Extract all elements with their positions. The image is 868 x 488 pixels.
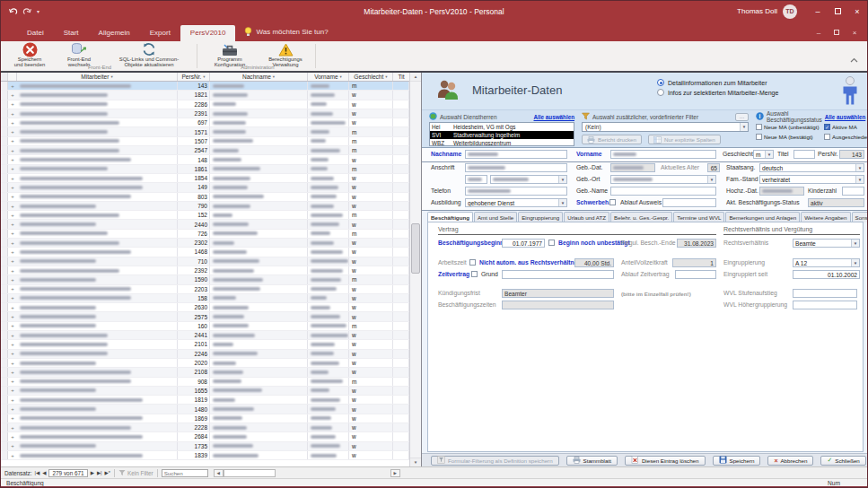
child-close-button[interactable]: × xyxy=(846,25,864,39)
cell-vorname[interactable] xyxy=(308,183,349,191)
scroll-up-icon[interactable]: ▲ xyxy=(410,73,421,82)
row-selector[interactable] xyxy=(1,109,8,118)
table-row[interactable]: +1507m xyxy=(1,137,409,146)
table-row[interactable]: +158w xyxy=(1,294,409,303)
row-selector[interactable] xyxy=(1,127,8,135)
cell-nachname[interactable] xyxy=(210,340,308,348)
cell-geschlecht[interactable]: w xyxy=(349,257,393,266)
row-selector[interactable] xyxy=(1,82,8,90)
cell-geschlecht[interactable]: w xyxy=(349,331,393,339)
cell-titel[interactable] xyxy=(393,155,409,163)
column-header-vorname[interactable]: Vorname▾ xyxy=(308,73,349,81)
row-selector[interactable] xyxy=(1,137,8,145)
row-selector[interactable] xyxy=(1,100,8,109)
row-selector[interactable] xyxy=(1,405,8,413)
cell-titel[interactable] xyxy=(393,442,409,450)
nachname-field[interactable] xyxy=(465,150,567,159)
dienstherren-listbox[interactable]: HeiHeidesheim, VG mit OgsSVIStadtverwalt… xyxy=(429,122,574,146)
cell-nachname[interactable] xyxy=(210,405,308,413)
cell-geschlecht[interactable]: w xyxy=(349,442,393,450)
cell-vorname[interactable] xyxy=(308,359,349,367)
cell-nachname[interactable] xyxy=(210,248,308,256)
cell-titel[interactable] xyxy=(393,331,409,339)
row-selector[interactable] xyxy=(1,155,8,163)
table-row[interactable]: +152m xyxy=(1,211,409,220)
status-check-neue-ma-unbest-tigt-[interactable]: Neue MA (unbestätigt) xyxy=(756,124,824,130)
cell-persnr[interactable]: 2203 xyxy=(178,285,210,293)
cell-persnr[interactable]: 1655 xyxy=(178,387,210,395)
cell-mitarbeiter[interactable] xyxy=(17,303,178,311)
cell-vorname[interactable] xyxy=(308,230,349,238)
cell-nachname[interactable] xyxy=(210,257,308,266)
cell-geschlecht[interactable]: w xyxy=(349,405,393,413)
row-selector[interactable] xyxy=(1,220,8,228)
first-record-button[interactable]: |◀ xyxy=(35,470,40,475)
cell-mitarbeiter[interactable] xyxy=(17,350,178,358)
cell-persnr[interactable]: 143 xyxy=(178,82,210,90)
expand-row-button[interactable]: + xyxy=(8,202,17,210)
expand-row-button[interactable]: + xyxy=(8,423,17,431)
cell-persnr[interactable]: 2246 xyxy=(178,350,210,358)
cell-persnr[interactable]: 697 xyxy=(178,118,210,126)
tell-me-box[interactable]: Was möchten Sie tun? xyxy=(235,23,337,41)
cell-persnr[interactable]: 149 xyxy=(178,183,210,191)
row-selector[interactable] xyxy=(1,387,8,395)
cell-geschlecht[interactable]: w xyxy=(349,285,393,293)
cell-mitarbeiter[interactable] xyxy=(17,378,178,386)
expand-row-button[interactable]: + xyxy=(8,396,17,404)
cell-vorname[interactable] xyxy=(308,387,349,395)
column-header-nachname[interactable]: Nachname▾ xyxy=(210,73,308,81)
cell-persnr[interactable]: 1507 xyxy=(178,137,210,145)
hscroll-thumb[interactable] xyxy=(224,469,276,477)
ablaufzv-field[interactable] xyxy=(675,270,716,279)
cell-geschlecht[interactable]: w xyxy=(349,155,393,163)
cell-titel[interactable] xyxy=(393,174,409,182)
expand-row-button[interactable]: + xyxy=(8,340,17,348)
expand-row-button[interactable]: + xyxy=(8,230,17,238)
cell-geschlecht[interactable]: w xyxy=(349,432,393,440)
cell-vorname[interactable] xyxy=(308,127,349,135)
table-row[interactable]: +2441w xyxy=(1,331,409,340)
table-row[interactable]: +2575w xyxy=(1,312,409,321)
redo-icon[interactable] xyxy=(22,7,32,15)
cell-geschlecht[interactable]: w xyxy=(349,368,393,376)
ribbon-tab-start[interactable]: Start xyxy=(54,25,89,41)
cell-mitarbeiter[interactable] xyxy=(17,322,178,330)
cell-vorname[interactable] xyxy=(308,109,349,118)
table-row[interactable]: +2547m xyxy=(1,146,409,155)
cell-geschlecht[interactable]: w xyxy=(349,340,393,348)
cell-mitarbeiter[interactable] xyxy=(17,359,178,367)
table-row[interactable]: +1735w xyxy=(1,442,409,451)
cell-persnr[interactable]: 1819 xyxy=(178,396,210,404)
cell-persnr[interactable]: 2020 xyxy=(178,359,210,367)
cell-titel[interactable] xyxy=(393,211,409,219)
cell-nachname[interactable] xyxy=(210,331,308,339)
status-check-ausgeschiedene-ma[interactable]: Ausgeschiedene MA xyxy=(824,134,868,140)
row-selector[interactable] xyxy=(1,118,8,126)
cell-titel[interactable] xyxy=(393,322,409,330)
cell-persnr[interactable]: 710 xyxy=(178,257,210,266)
cell-nachname[interactable] xyxy=(210,432,308,440)
close-button[interactable]: × xyxy=(847,1,867,22)
table-row[interactable]: +2101w xyxy=(1,340,409,349)
row-selector[interactable] xyxy=(1,183,8,191)
cell-persnr[interactable]: 1735 xyxy=(178,442,210,450)
cell-vorname[interactable] xyxy=(308,137,349,145)
cell-titel[interactable] xyxy=(393,109,409,118)
printer-button[interactable]: Stammblatt xyxy=(566,456,618,466)
cell-nachname[interactable] xyxy=(210,183,308,191)
table-row[interactable]: +1854w xyxy=(1,174,409,183)
eingrupp-select[interactable]: A 12▼ xyxy=(793,258,860,267)
table-row[interactable]: +2108w xyxy=(1,368,409,377)
table-row[interactable]: +2684w xyxy=(1,432,409,441)
cell-persnr[interactable]: 2392 xyxy=(178,266,210,274)
cell-persnr[interactable]: 2441 xyxy=(178,331,210,339)
cell-vorname[interactable] xyxy=(308,451,349,459)
cell-vorname[interactable] xyxy=(308,257,349,266)
cell-mitarbeiter[interactable] xyxy=(17,82,178,90)
table-row[interactable]: +710w xyxy=(1,257,409,266)
cell-titel[interactable] xyxy=(393,257,409,266)
cell-mitarbeiter[interactable] xyxy=(17,100,178,109)
cell-nachname[interactable] xyxy=(210,368,308,376)
cell-mitarbeiter[interactable] xyxy=(17,340,178,348)
